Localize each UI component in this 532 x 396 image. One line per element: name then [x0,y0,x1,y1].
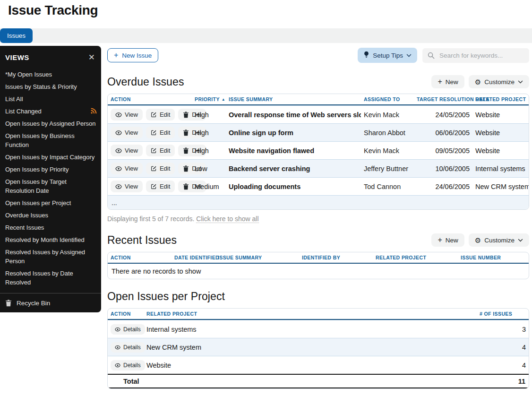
new-issue-button[interactable]: + New Issue [107,48,158,62]
tab-issues[interactable]: Issues [0,28,33,43]
tab-bar: Issues [0,28,532,43]
view-list: *My Open Issues Issues by Status & Prior… [5,70,97,287]
col-assigned-to[interactable]: ASSIGNED TO [361,96,414,102]
overdue-new-button[interactable]: + New [431,75,464,88]
close-icon[interactable]: ✕ [86,52,97,62]
details-button[interactable]: Details [111,360,145,370]
table-row: View Edit Del Medium Uploading documents… [108,177,529,195]
total-row: Total 11 [108,374,529,388]
issue-count-cell: 4 [477,362,529,369]
project-cell: Internal systems [144,326,477,333]
sidebar-item-open-issues-by-assigned-person[interactable]: Open Issues by Assigned Person [5,119,97,128]
lightbulb-icon [363,51,369,60]
issue-summary-cell: Online sign up form [226,129,361,137]
view-button[interactable]: View [111,145,143,156]
col-issue-number[interactable]: ISSUE NUMBER [458,255,529,260]
sidebar-item-list-all[interactable]: List All [5,95,97,103]
recent-new-button[interactable]: + New [431,233,464,247]
col-related-project[interactable]: RELATED PROJECT [472,96,529,102]
sidebar-item-issues-by-status-priority[interactable]: Issues by Status & Priority [5,82,97,91]
plus-icon: + [438,236,442,244]
sidebar-item-resolved-issues-by-assigned-person[interactable]: Resolved Issues by Assigned Person [5,248,97,266]
col-related-project[interactable]: RELATED PROJECT [144,311,477,317]
sort-ascending-icon: ▲ [222,97,225,102]
overdue-issues-table: ACTION PRIORITY▲ ISSUE SUMMARY ASSIGNED … [107,94,529,210]
records-count-text: Displaying first 5 of 7 records. Click h… [107,215,529,223]
open-issues-per-project-title: Open Issues per Project [107,290,225,303]
table-row: Details New CRM system 4 [108,338,529,356]
setup-tips-button[interactable]: Setup Tips [358,48,417,63]
view-button[interactable]: View [111,181,143,192]
view-button[interactable]: View [111,127,143,138]
sidebar-item-recent-issues[interactable]: Recent Issues [5,223,97,232]
sidebar-item-open-issues-by-target-resolution-date[interactable]: Open Issues by Target Resolution Date [5,177,97,195]
assigned-to-link[interactable]: Sharon Abbot [364,129,405,137]
overdue-table-header: ACTION PRIORITY▲ ISSUE SUMMARY ASSIGNED … [108,94,529,105]
edit-button[interactable]: Edit [146,109,175,121]
rss-icon[interactable] [90,107,97,114]
assigned-to-link[interactable]: Kevin Mack [364,147,399,155]
related-project-cell: Website [472,147,529,155]
col-issue-summary[interactable]: ISSUE SUMMARY [215,255,299,260]
col-target-resolution-date[interactable]: TARGET RESOLUTION DATE [414,96,472,102]
show-all-link[interactable]: Click here to show all [196,215,258,223]
col-identified-by[interactable]: IDENTIFIED BY [299,255,373,260]
col-action: ACTION [108,311,144,317]
related-project-cell: New CRM system [472,183,529,190]
trash-icon [5,300,12,307]
view-button[interactable]: View [111,109,143,121]
edit-button[interactable]: Edit [146,181,175,192]
sidebar-item-resolved-issues-by-date-resolved[interactable]: Resolved Issues by Date Resolved [5,269,97,287]
issue-count-cell: 3 [477,326,529,333]
issue-summary-cell: Website navigation flawed [226,147,361,155]
overdue-customize-button[interactable]: ⚙ Customize [469,75,529,88]
edit-button[interactable]: Edit [146,163,175,174]
project-cell: Website [144,362,477,369]
sidebar-item-list-changed[interactable]: List Changed [5,107,97,116]
assigned-to-link[interactable]: Kevin Mack [364,111,399,119]
col-priority-sort[interactable]: PRIORITY▲ [192,96,226,102]
assigned-to-link[interactable]: Jeffery Buttner [364,165,408,172]
col-date-identified[interactable]: DATE IDENTIFIED [172,255,215,260]
table-row: Details Internal systems 3 [108,320,529,338]
edit-button[interactable]: Edit [146,145,175,156]
sidebar-item-recycle-bin[interactable]: Recycle Bin [5,300,97,307]
issue-summary-cell: Uploading documents [226,183,361,190]
table-row: View Edit Del High Website navigation fl… [108,141,529,159]
table-row: View Edit Del High Online sign up form S… [108,123,529,141]
project-cell: New CRM system [144,344,477,351]
sidebar-item-my-open-issues[interactable]: *My Open Issues [5,70,97,79]
col-num-issues[interactable]: # OF ISSUES [477,311,529,317]
overdue-issues-title: Overdue Issues [107,76,184,88]
sidebar-item-resolved-by-month-identified[interactable]: Resolved by Month Identified [5,235,97,244]
edit-button[interactable]: Edit [146,127,175,138]
recent-issues-title: Recent Issues [107,234,177,247]
recent-issues-table: ACTION DATE IDENTIFIED ISSUE SUMMARY IDE… [107,252,529,279]
target-date-cell: 24/06/2005 [414,183,472,190]
table-row: View Edit Del Low Backend server crashin… [108,159,529,177]
assigned-to-link[interactable]: Tod Cannon [364,183,401,190]
views-title: VIEWS [5,53,29,61]
details-button[interactable]: Details [111,324,145,335]
views-sidebar: VIEWS ✕ *My Open Issues Issues by Status… [0,46,101,312]
details-button[interactable]: Details [111,342,145,353]
view-button[interactable]: View [111,163,143,174]
related-project-cell: Internal systems [472,165,529,172]
recent-customize-button[interactable]: ⚙ Customize [469,233,529,247]
sidebar-item-open-issues-by-business-function[interactable]: Open Issues by Business Function [5,131,97,149]
search-input[interactable] [422,48,529,63]
sidebar-item-open-issues-by-priority[interactable]: Open Issues by Priority [5,165,97,174]
chevron-down-icon [406,54,412,57]
col-related-project[interactable]: RELATED PROJECT [373,255,458,260]
col-action: ACTION [108,96,192,102]
issue-summary-cell: Overall response time of Web servers slo… [226,111,361,119]
related-project-cell: Website [472,111,529,119]
gear-icon: ⚙ [475,237,481,244]
issue-summary-cell: Backend server crashing [226,165,361,172]
sidebar-item-open-issues-by-impact-category[interactable]: Open Issues by Impact Category [5,153,97,162]
col-issue-summary[interactable]: ISSUE SUMMARY [226,96,361,102]
sidebar-item-open-issues-per-project[interactable]: Open Issues per Project [5,198,97,207]
plus-icon: + [438,78,442,86]
sidebar-item-overdue-issues[interactable]: Overdue Issues [5,211,97,220]
sidebar-divider [0,293,101,293]
